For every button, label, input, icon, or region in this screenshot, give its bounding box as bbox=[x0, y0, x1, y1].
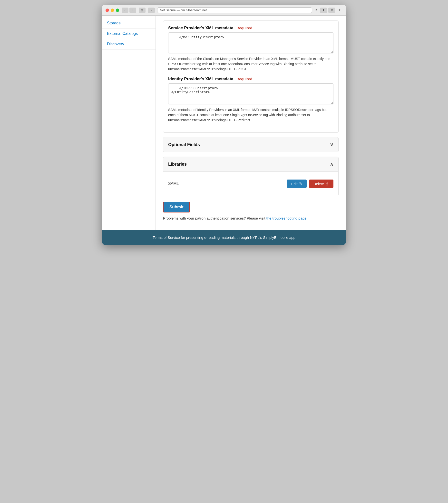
share-button[interactable]: ⬆ bbox=[320, 8, 327, 13]
submit-button[interactable]: Submit bbox=[163, 202, 190, 213]
identity-provider-required: Required bbox=[237, 77, 252, 81]
optional-fields-label: Optional Fields bbox=[168, 142, 200, 147]
identity-provider-label: Identity Provider's XML metadata Require… bbox=[168, 77, 334, 82]
browser-chrome: ‹ › ⊞ ≡ Not Secure — cm.hilbertteam.net … bbox=[102, 5, 346, 16]
browser-window: ‹ › ⊞ ≡ Not Secure — cm.hilbertteam.net … bbox=[102, 5, 346, 245]
close-button[interactable] bbox=[106, 9, 109, 12]
service-provider-section: Service Provider's XML metadata Required… bbox=[163, 20, 338, 133]
service-provider-field-group: Service Provider's XML metadata Required… bbox=[168, 26, 334, 72]
libraries-body: SAML Edit ✎ Delete 🗑 bbox=[163, 171, 338, 196]
service-provider-label-text: Service Provider's XML metadata bbox=[168, 26, 233, 30]
browser-content: Storage External Catalogs Discovery Serv… bbox=[102, 16, 346, 230]
sidebar-item-storage[interactable]: Storage bbox=[102, 18, 156, 29]
maximize-button[interactable] bbox=[116, 9, 119, 12]
table-row: SAML Edit ✎ Delete 🗑 bbox=[168, 176, 334, 192]
back-button[interactable]: ‹ bbox=[122, 8, 128, 13]
nav-buttons: ‹ › bbox=[122, 8, 136, 13]
libraries-header[interactable]: Libraries ∧ bbox=[163, 157, 338, 171]
tab-overview-button[interactable]: ⊞ bbox=[139, 8, 145, 13]
service-provider-label: Service Provider's XML metadata Required bbox=[168, 26, 334, 31]
delete-button[interactable]: Delete 🗑 bbox=[309, 180, 334, 188]
sidebar-item-discovery[interactable]: Discovery bbox=[102, 39, 156, 50]
identity-provider-field-group: Identity Provider's XML metadata Require… bbox=[168, 77, 334, 123]
optional-fields-chevron: ∨ bbox=[330, 142, 334, 148]
forward-button[interactable]: › bbox=[129, 8, 136, 13]
service-provider-required: Required bbox=[237, 26, 252, 30]
library-actions: Edit ✎ Delete 🗑 bbox=[287, 180, 334, 188]
troubleshoot-before: Problems with your patron authentication… bbox=[163, 216, 266, 220]
libraries-chevron: ∧ bbox=[330, 161, 334, 167]
footer-text: Terms of Service for presenting e-readin… bbox=[153, 235, 295, 239]
edit-label: Edit bbox=[291, 182, 298, 186]
identity-provider-textarea[interactable]: </IDPSSODescriptor> </EntityDescriptor> bbox=[168, 84, 334, 104]
reload-button[interactable]: ↺ bbox=[314, 8, 318, 13]
optional-fields-header[interactable]: Optional Fields ∨ bbox=[163, 137, 338, 152]
menu-button[interactable]: ≡ bbox=[148, 8, 155, 13]
service-provider-textarea[interactable]: </md:EntityDescriptor> bbox=[168, 33, 334, 53]
troubleshoot-link[interactable]: the troubleshooting page bbox=[266, 216, 307, 220]
browser-footer: Terms of Service for presenting e-readin… bbox=[102, 230, 346, 245]
new-tab-duplicate-button[interactable]: ⧉ bbox=[328, 8, 335, 13]
add-tab-button[interactable]: + bbox=[336, 8, 342, 13]
library-name: SAML bbox=[168, 182, 179, 186]
troubleshoot-text: Problems with your patron authentication… bbox=[163, 215, 338, 221]
delete-label: Delete bbox=[313, 182, 324, 186]
main-content: Service Provider's XML metadata Required… bbox=[156, 16, 346, 230]
libraries-label: Libraries bbox=[168, 162, 187, 167]
edit-icon: ✎ bbox=[299, 182, 302, 186]
sidebar: Storage External Catalogs Discovery bbox=[102, 16, 156, 230]
identity-provider-label-text: Identity Provider's XML metadata bbox=[168, 77, 233, 81]
browser-actions: ⬆ ⧉ + bbox=[320, 8, 342, 13]
traffic-lights bbox=[106, 9, 119, 12]
submit-section: Submit Problems with your patron authent… bbox=[163, 202, 338, 221]
minimize-button[interactable] bbox=[111, 9, 114, 12]
address-bar[interactable]: Not Secure — cm.hilbertteam.net bbox=[157, 7, 312, 13]
identity-provider-description: SAML metadata of Identity Providers in a… bbox=[168, 107, 334, 123]
sidebar-item-external-catalogs[interactable]: External Catalogs bbox=[102, 29, 156, 39]
libraries-section: Libraries ∧ SAML Edit ✎ Delete bbox=[163, 157, 338, 196]
optional-fields-section: Optional Fields ∨ bbox=[163, 137, 338, 152]
troubleshoot-after: . bbox=[307, 216, 308, 220]
url-text: Not Secure — cm.hilbertteam.net bbox=[160, 8, 207, 12]
trash-icon: 🗑 bbox=[325, 182, 329, 186]
edit-button[interactable]: Edit ✎ bbox=[287, 180, 307, 188]
service-provider-description: SAML metadata of the Circulation Manager… bbox=[168, 56, 334, 72]
